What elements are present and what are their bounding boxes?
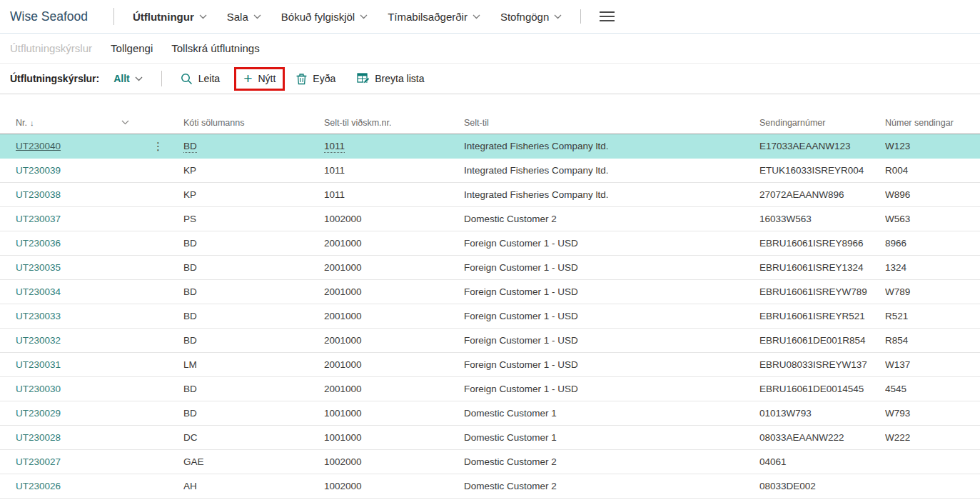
cell-selt-til[interactable]: Foreign Customer 1 - USD [464, 328, 759, 352]
cell-koti[interactable]: LM [183, 352, 324, 376]
cell-sendingarnumer[interactable]: EBRU16061ISREYW789 [759, 279, 885, 304]
record-link[interactable]: UT230035 [16, 262, 61, 273]
tab-tollgengi[interactable]: Tollgengi [111, 42, 153, 54]
cell-selt-til[interactable]: Integrated Fisheries Company ltd. [464, 182, 759, 206]
cell-koti[interactable]: BD [183, 328, 324, 352]
column-filter-chevron-icon[interactable] [121, 120, 129, 125]
cell-sendingarnumer[interactable]: 16033W563 [759, 206, 885, 231]
nav-item-utflutningur[interactable]: Útflutningur [133, 11, 207, 23]
record-link[interactable]: UT230038 [16, 189, 61, 200]
cell-selt-til[interactable]: Integrated Fisheries Company ltd. [464, 158, 759, 182]
cell-selt-til-nr[interactable]: 2001000 [324, 328, 464, 352]
cell-selt-til-nr[interactable]: 2001000 [324, 279, 464, 304]
cell-numer-sendingar[interactable] [885, 474, 980, 498]
cell-selt-til[interactable]: Foreign Customer 1 - USD [464, 231, 759, 255]
cell-numer-sendingar[interactable]: R854 [885, 328, 980, 352]
cell-koti[interactable]: DC [183, 425, 324, 449]
table-row[interactable]: UT230040⋮BD1011Integrated Fisheries Comp… [0, 134, 980, 158]
cell-koti[interactable]: KP [183, 182, 324, 206]
nav-item-bokud-fylgiskjol[interactable]: Bókuð fylgiskjöl [281, 11, 368, 23]
cell-koti[interactable]: BD [183, 134, 324, 158]
cell-sendingarnumer[interactable]: EBRU16061ISREYR521 [759, 304, 885, 328]
cell-numer-sendingar[interactable]: W222 [885, 425, 980, 449]
cell-numer-sendingar[interactable]: R521 [885, 304, 980, 328]
column-header-sendingarnumer[interactable]: Sendingarnúmer [759, 113, 885, 134]
cell-koti[interactable]: BD [183, 376, 324, 401]
table-row[interactable]: UT230037PS1002000Domestic Customer 21603… [0, 206, 980, 231]
cell-numer-sendingar[interactable] [885, 449, 980, 474]
record-link[interactable]: UT230031 [16, 359, 61, 370]
cell-sendingarnumer[interactable]: ETUK16033ISREYR004 [759, 158, 885, 182]
record-link[interactable]: UT230027 [16, 456, 61, 467]
record-link[interactable]: UT230040 [16, 141, 61, 151]
cell-selt-til-nr[interactable]: 1011 [324, 134, 464, 158]
cell-selt-til[interactable]: Foreign Customer 1 - USD [464, 279, 759, 304]
record-link[interactable]: UT230030 [16, 384, 61, 394]
cell-koti[interactable]: BD [183, 255, 324, 279]
cell-selt-til[interactable]: Domestic Customer 2 [464, 474, 759, 498]
column-header-koti-solumanns[interactable]: Kóti sölumanns [183, 113, 324, 134]
record-link[interactable]: UT230037 [16, 214, 61, 224]
cell-selt-til[interactable]: Domestic Customer 1 [464, 425, 759, 449]
cell-sendingarnumer[interactable]: EBRU08033ISREYW137 [759, 352, 885, 376]
column-header-numer-sendingar[interactable]: Númer sendingar [885, 113, 980, 134]
cell-koti[interactable]: PS [183, 206, 324, 231]
cell-selt-til[interactable]: Foreign Customer 1 - USD [464, 255, 759, 279]
record-link[interactable]: UT230032 [16, 335, 61, 346]
edit-list-button[interactable]: Breyta lista [357, 73, 424, 84]
cell-selt-til-nr[interactable]: 2001000 [324, 304, 464, 328]
cell-koti[interactable]: KP [183, 158, 324, 182]
nav-item-stofngogn[interactable]: Stofngögn [500, 11, 562, 23]
cell-sendingarnumer[interactable]: EBRU16061DE001R854 [759, 328, 885, 352]
new-button[interactable]: + Nýtt [243, 73, 276, 84]
cell-numer-sendingar[interactable]: W896 [885, 182, 980, 206]
table-row[interactable]: UT230031LM2001000Foreign Customer 1 - US… [0, 352, 980, 376]
record-link[interactable]: UT230028 [16, 432, 61, 443]
cell-sendingarnumer[interactable]: 27072AEAANW896 [759, 182, 885, 206]
cell-numer-sendingar[interactable]: 8966 [885, 231, 980, 255]
table-row[interactable]: UT230032BD2001000Foreign Customer 1 - US… [0, 328, 980, 352]
cell-koti[interactable]: BD [183, 279, 324, 304]
cell-sendingarnumer[interactable]: 08033DE002 [759, 474, 885, 498]
table-row[interactable]: UT230033BD2001000Foreign Customer 1 - US… [0, 304, 980, 328]
cell-sendingarnumer[interactable]: 01013W793 [759, 401, 885, 425]
cell-numer-sendingar[interactable]: W789 [885, 279, 980, 304]
cell-koti[interactable]: BD [183, 304, 324, 328]
cell-numer-sendingar[interactable]: W793 [885, 401, 980, 425]
cell-selt-til-nr[interactable]: 2001000 [324, 231, 464, 255]
record-link[interactable]: UT230039 [16, 165, 61, 176]
table-row[interactable]: UT230039KP1011Integrated Fisheries Compa… [0, 158, 980, 182]
cell-numer-sendingar[interactable]: 4545 [885, 376, 980, 401]
cell-selt-til[interactable]: Integrated Fisheries Company ltd. [464, 134, 759, 158]
app-brand[interactable]: Wise Seafood [10, 9, 88, 24]
cell-numer-sendingar[interactable]: W563 [885, 206, 980, 231]
cell-sendingarnumer[interactable]: 04061 [759, 449, 885, 474]
record-link[interactable]: UT230036 [16, 238, 61, 249]
cell-selt-til[interactable]: Foreign Customer 1 - USD [464, 352, 759, 376]
cell-selt-til[interactable]: Foreign Customer 1 - USD [464, 304, 759, 328]
cell-selt-til-nr[interactable]: 1011 [324, 182, 464, 206]
table-row[interactable]: UT230030BD2001000Foreign Customer 1 - US… [0, 376, 980, 401]
search-button[interactable]: Leita [181, 73, 220, 85]
cell-koti[interactable]: GAE [183, 449, 324, 474]
column-header-nr[interactable]: Nr.↓ [0, 113, 183, 134]
cell-sendingarnumer[interactable]: EBRU16061ISREY1324 [759, 255, 885, 279]
cell-selt-til[interactable]: Domestic Customer 2 [464, 206, 759, 231]
nav-item-timabilsadgerdir[interactable]: Tímabilsaðgerðir [388, 11, 480, 23]
cell-selt-til-nr[interactable]: 1002000 [324, 474, 464, 498]
table-row[interactable]: UT230028DC1001000Domestic Customer 10803… [0, 425, 980, 449]
cell-numer-sendingar[interactable]: W137 [885, 352, 980, 376]
column-header-selt-til-vidskmnr[interactable]: Selt-til viðskm.nr. [324, 113, 464, 134]
record-link[interactable]: UT230026 [16, 481, 61, 491]
record-link[interactable]: UT230033 [16, 311, 61, 321]
cell-numer-sendingar[interactable]: W123 [885, 134, 980, 158]
cell-selt-til-nr[interactable]: 1011 [324, 158, 464, 182]
cell-selt-til-nr[interactable]: 1001000 [324, 401, 464, 425]
cell-selt-til[interactable]: Domestic Customer 1 [464, 401, 759, 425]
cell-sendingarnumer[interactable]: EBRU16061ISREY8966 [759, 231, 885, 255]
cell-selt-til[interactable]: Foreign Customer 1 - USD [464, 376, 759, 401]
cell-selt-til-nr[interactable]: 1002000 [324, 449, 464, 474]
cell-numer-sendingar[interactable]: 1324 [885, 255, 980, 279]
cell-selt-til-nr[interactable]: 1001000 [324, 425, 464, 449]
cell-koti[interactable]: AH [183, 474, 324, 498]
